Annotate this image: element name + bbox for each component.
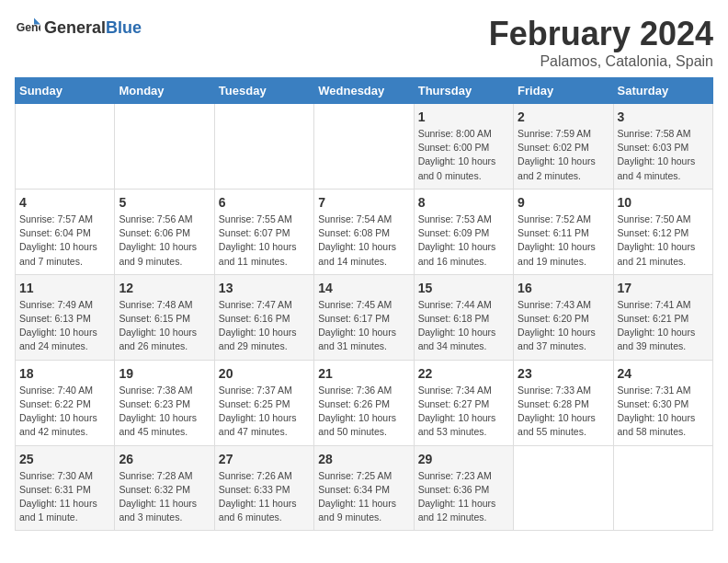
subtitle: Palamos, Catalonia, Spain <box>489 53 713 70</box>
calendar-cell: 29Sunrise: 7:23 AMSunset: 6:36 PMDayligh… <box>414 445 513 531</box>
calendar-cell: 7Sunrise: 7:54 AMSunset: 6:08 PMDaylight… <box>314 189 414 274</box>
calendar-cell: 27Sunrise: 7:26 AMSunset: 6:33 PMDayligh… <box>214 445 313 531</box>
day-info: Sunrise: 7:54 AMSunset: 6:08 PMDaylight:… <box>318 213 409 269</box>
day-info: Sunrise: 7:49 AMSunset: 6:13 PMDaylight:… <box>19 298 110 354</box>
day-number: 13 <box>219 281 310 295</box>
week-row-5: 25Sunrise: 7:30 AMSunset: 6:31 PMDayligh… <box>16 445 713 531</box>
header-row: SundayMondayTuesdayWednesdayThursdayFrid… <box>16 78 713 104</box>
calendar-cell: 1Sunrise: 8:00 AMSunset: 6:00 PMDaylight… <box>414 104 513 190</box>
day-number: 22 <box>418 366 509 381</box>
calendar-table: SundayMondayTuesdayWednesdayThursdayFrid… <box>15 77 713 531</box>
day-number: 15 <box>418 281 509 295</box>
day-info: Sunrise: 7:47 AMSunset: 6:16 PMDaylight:… <box>219 298 310 354</box>
calendar-cell: 28Sunrise: 7:25 AMSunset: 6:34 PMDayligh… <box>314 445 414 531</box>
week-row-1: 1Sunrise: 8:00 AMSunset: 6:00 PMDaylight… <box>16 104 713 190</box>
header: General GeneralBlue February 2024 Palamo… <box>15 15 713 70</box>
calendar-cell <box>314 104 414 190</box>
day-number: 20 <box>219 366 310 381</box>
day-number: 18 <box>19 366 110 381</box>
day-info: Sunrise: 7:58 AMSunset: 6:03 PMDaylight:… <box>618 127 709 183</box>
calendar-cell <box>613 445 712 531</box>
calendar-cell: 19Sunrise: 7:38 AMSunset: 6:23 PMDayligh… <box>115 360 214 445</box>
calendar-cell: 8Sunrise: 7:53 AMSunset: 6:09 PMDaylight… <box>414 189 513 274</box>
week-row-2: 4Sunrise: 7:57 AMSunset: 6:04 PMDaylight… <box>16 189 713 274</box>
day-info: Sunrise: 7:34 AMSunset: 6:27 PMDaylight:… <box>418 384 509 440</box>
calendar-cell: 9Sunrise: 7:52 AMSunset: 6:11 PMDaylight… <box>514 189 613 274</box>
day-info: Sunrise: 7:56 AMSunset: 6:06 PMDaylight:… <box>119 213 210 269</box>
calendar-cell: 16Sunrise: 7:43 AMSunset: 6:20 PMDayligh… <box>514 274 613 360</box>
day-number: 21 <box>318 366 409 381</box>
day-number: 14 <box>318 281 409 295</box>
day-info: Sunrise: 7:52 AMSunset: 6:11 PMDaylight:… <box>518 213 609 269</box>
logo-general-text: General <box>44 18 106 37</box>
day-number: 23 <box>518 366 609 381</box>
calendar-cell <box>115 104 214 190</box>
calendar-cell <box>214 104 313 190</box>
calendar-cell: 4Sunrise: 7:57 AMSunset: 6:04 PMDaylight… <box>16 189 115 274</box>
day-info: Sunrise: 7:45 AMSunset: 6:17 PMDaylight:… <box>318 298 409 354</box>
calendar-cell: 12Sunrise: 7:48 AMSunset: 6:15 PMDayligh… <box>115 274 214 360</box>
calendar-cell: 24Sunrise: 7:31 AMSunset: 6:30 PMDayligh… <box>613 360 712 445</box>
day-number: 9 <box>518 195 609 210</box>
day-number: 29 <box>418 452 509 466</box>
weekday-header-friday: Friday <box>514 78 613 104</box>
day-info: Sunrise: 7:38 AMSunset: 6:23 PMDaylight:… <box>119 384 210 440</box>
calendar-cell: 13Sunrise: 7:47 AMSunset: 6:16 PMDayligh… <box>214 274 313 360</box>
day-number: 28 <box>318 452 409 466</box>
day-info: Sunrise: 7:26 AMSunset: 6:33 PMDaylight:… <box>219 469 310 525</box>
day-number: 1 <box>418 109 509 124</box>
day-number: 7 <box>318 195 409 210</box>
calendar-cell: 11Sunrise: 7:49 AMSunset: 6:13 PMDayligh… <box>16 274 115 360</box>
calendar-cell: 26Sunrise: 7:28 AMSunset: 6:32 PMDayligh… <box>115 445 214 531</box>
day-number: 6 <box>219 195 310 210</box>
day-info: Sunrise: 7:43 AMSunset: 6:20 PMDaylight:… <box>518 298 609 354</box>
day-number: 3 <box>618 109 709 124</box>
day-number: 4 <box>19 195 110 210</box>
day-info: Sunrise: 8:00 AMSunset: 6:00 PMDaylight:… <box>418 127 509 183</box>
calendar-cell: 3Sunrise: 7:58 AMSunset: 6:03 PMDaylight… <box>613 104 712 190</box>
day-info: Sunrise: 7:44 AMSunset: 6:18 PMDaylight:… <box>418 298 509 354</box>
title-area: February 2024 Palamos, Catalonia, Spain <box>489 15 713 70</box>
calendar-cell: 23Sunrise: 7:33 AMSunset: 6:28 PMDayligh… <box>514 360 613 445</box>
day-number: 10 <box>618 195 709 210</box>
day-info: Sunrise: 7:28 AMSunset: 6:32 PMDaylight:… <box>119 469 210 525</box>
day-info: Sunrise: 7:33 AMSunset: 6:28 PMDaylight:… <box>518 384 609 440</box>
calendar-cell: 2Sunrise: 7:59 AMSunset: 6:02 PMDaylight… <box>514 104 613 190</box>
calendar-cell: 21Sunrise: 7:36 AMSunset: 6:26 PMDayligh… <box>314 360 414 445</box>
day-info: Sunrise: 7:48 AMSunset: 6:15 PMDaylight:… <box>119 298 210 354</box>
day-info: Sunrise: 7:31 AMSunset: 6:30 PMDaylight:… <box>618 384 709 440</box>
weekday-header-monday: Monday <box>115 78 214 104</box>
logo: General GeneralBlue <box>15 15 142 40</box>
day-number: 16 <box>518 281 609 295</box>
day-info: Sunrise: 7:37 AMSunset: 6:25 PMDaylight:… <box>219 384 310 440</box>
calendar-cell: 20Sunrise: 7:37 AMSunset: 6:25 PMDayligh… <box>214 360 313 445</box>
calendar-cell: 18Sunrise: 7:40 AMSunset: 6:22 PMDayligh… <box>16 360 115 445</box>
calendar-cell <box>16 104 115 190</box>
calendar-cell: 14Sunrise: 7:45 AMSunset: 6:17 PMDayligh… <box>314 274 414 360</box>
weekday-header-sunday: Sunday <box>16 78 115 104</box>
day-number: 5 <box>119 195 210 210</box>
day-number: 26 <box>119 452 210 466</box>
day-info: Sunrise: 7:23 AMSunset: 6:36 PMDaylight:… <box>418 469 509 525</box>
logo-blue-text: Blue <box>106 18 142 37</box>
calendar-cell: 15Sunrise: 7:44 AMSunset: 6:18 PMDayligh… <box>414 274 513 360</box>
day-info: Sunrise: 7:57 AMSunset: 6:04 PMDaylight:… <box>19 213 110 269</box>
calendar-cell <box>514 445 613 531</box>
day-number: 8 <box>418 195 509 210</box>
day-number: 27 <box>219 452 310 466</box>
week-row-3: 11Sunrise: 7:49 AMSunset: 6:13 PMDayligh… <box>16 274 713 360</box>
day-info: Sunrise: 7:40 AMSunset: 6:22 PMDaylight:… <box>19 384 110 440</box>
day-number: 11 <box>19 281 110 295</box>
calendar-cell: 6Sunrise: 7:55 AMSunset: 6:07 PMDaylight… <box>214 189 313 274</box>
day-info: Sunrise: 7:25 AMSunset: 6:34 PMDaylight:… <box>318 469 409 525</box>
day-number: 19 <box>119 366 210 381</box>
calendar-cell: 22Sunrise: 7:34 AMSunset: 6:27 PMDayligh… <box>414 360 513 445</box>
main-title: February 2024 <box>489 15 713 53</box>
day-info: Sunrise: 7:59 AMSunset: 6:02 PMDaylight:… <box>518 127 609 183</box>
day-info: Sunrise: 7:53 AMSunset: 6:09 PMDaylight:… <box>418 213 509 269</box>
weekday-header-thursday: Thursday <box>414 78 513 104</box>
logo-icon: General <box>15 15 40 40</box>
day-number: 12 <box>119 281 210 295</box>
weekday-header-tuesday: Tuesday <box>214 78 313 104</box>
calendar-cell: 10Sunrise: 7:50 AMSunset: 6:12 PMDayligh… <box>613 189 712 274</box>
